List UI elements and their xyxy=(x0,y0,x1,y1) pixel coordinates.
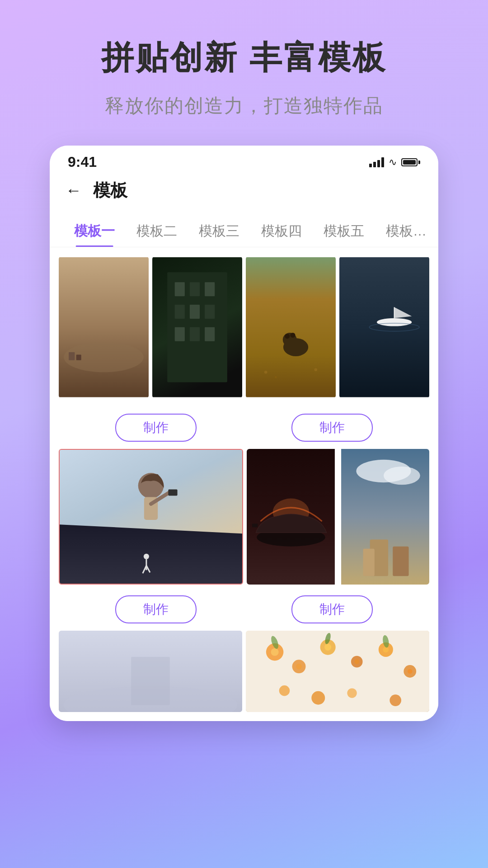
make-btn-row-1: 制作 制作 xyxy=(50,406,438,449)
nav-title: 模板 xyxy=(93,179,127,202)
make-btn-row-2: 制作 制作 xyxy=(50,588,438,631)
svg-rect-54 xyxy=(363,548,375,576)
make-button-3[interactable]: 制作 xyxy=(115,595,197,623)
collage-card-right xyxy=(247,449,429,585)
svg-point-20 xyxy=(264,371,267,374)
svg-rect-12 xyxy=(175,327,185,341)
collage-card-left xyxy=(59,449,243,585)
make-button-2[interactable]: 制作 xyxy=(291,414,373,442)
svg-rect-8 xyxy=(205,282,215,296)
svg-rect-23 xyxy=(339,257,429,397)
svg-point-24 xyxy=(377,318,412,326)
page-header: 拼贴创新 丰富模板 释放你的创造力，打造独特作品 xyxy=(0,0,488,132)
svg-rect-14 xyxy=(205,327,215,341)
svg-rect-2 xyxy=(69,352,75,360)
template-partial-right xyxy=(246,631,429,712)
template-card-2 xyxy=(152,256,242,398)
photo-field xyxy=(246,256,336,398)
photo-desert xyxy=(59,256,149,398)
svg-point-74 xyxy=(389,694,401,706)
svg-rect-48 xyxy=(335,449,341,585)
svg-rect-9 xyxy=(175,305,185,319)
nav-bar: ← 模板 xyxy=(50,174,438,211)
photo-ocean xyxy=(339,256,429,398)
signal-icon xyxy=(369,157,384,167)
svg-point-66 xyxy=(354,659,359,664)
svg-point-71 xyxy=(279,685,290,696)
back-button[interactable]: ← xyxy=(63,179,84,202)
svg-point-64 xyxy=(324,644,331,651)
svg-rect-7 xyxy=(190,282,200,296)
svg-rect-6 xyxy=(175,282,185,296)
phone-mockup: 9:41 ∿ ← 模板 模板一 模板二 模板三 模板四 xyxy=(50,146,438,721)
svg-point-60 xyxy=(271,648,279,656)
svg-point-38 xyxy=(144,553,149,559)
tabs-bar: 模板一 模板二 模板三 模板四 模板五 模板… xyxy=(50,211,438,247)
svg-rect-57 xyxy=(131,656,169,705)
svg-point-72 xyxy=(311,691,325,704)
template-row-1 xyxy=(59,256,429,398)
svg-rect-37 xyxy=(168,489,177,495)
svg-point-51 xyxy=(384,466,420,484)
svg-rect-15 xyxy=(246,257,336,397)
template-row-2 xyxy=(50,449,438,585)
svg-point-68 xyxy=(383,646,389,652)
svg-rect-11 xyxy=(205,305,215,319)
tab-template-1[interactable]: 模板一 xyxy=(63,216,126,247)
svg-marker-33 xyxy=(60,524,242,585)
svg-rect-13 xyxy=(190,327,200,341)
template-row-3 xyxy=(50,631,438,721)
tab-template-5[interactable]: 模板五 xyxy=(313,216,375,247)
tab-template-4[interactable]: 模板四 xyxy=(250,216,313,247)
status-time: 9:41 xyxy=(68,154,97,170)
photo-building xyxy=(152,256,242,398)
svg-point-1 xyxy=(64,342,144,372)
page-title: 拼贴创新 丰富模板 xyxy=(27,36,461,80)
templates-area xyxy=(50,247,438,406)
battery-icon xyxy=(401,158,420,166)
template-card-4 xyxy=(339,256,429,398)
make-button-1[interactable]: 制作 xyxy=(115,414,197,442)
svg-rect-47 xyxy=(252,524,258,527)
template-card-1 xyxy=(59,256,149,398)
status-bar: 9:41 ∿ xyxy=(50,146,438,174)
make-button-4[interactable]: 制作 xyxy=(291,595,373,623)
tab-template-6[interactable]: 模板… xyxy=(375,216,437,247)
tab-template-2[interactable]: 模板二 xyxy=(126,216,188,247)
page-subtitle: 释放你的创造力，打造独特作品 xyxy=(27,93,461,118)
svg-point-18 xyxy=(285,334,290,339)
svg-point-19 xyxy=(290,333,295,338)
svg-point-22 xyxy=(314,368,317,371)
wifi-icon: ∿ xyxy=(389,156,397,168)
svg-rect-10 xyxy=(190,305,200,319)
svg-point-73 xyxy=(347,688,357,698)
svg-rect-3 xyxy=(76,355,81,360)
svg-rect-53 xyxy=(393,546,408,576)
svg-rect-0 xyxy=(59,257,149,397)
status-icons: ∿ xyxy=(369,156,420,168)
template-card-3 xyxy=(246,256,336,398)
svg-point-21 xyxy=(275,376,277,378)
tab-template-3[interactable]: 模板三 xyxy=(188,216,250,247)
svg-point-70 xyxy=(408,669,413,674)
svg-point-62 xyxy=(296,663,302,669)
template-partial-left xyxy=(59,631,242,712)
